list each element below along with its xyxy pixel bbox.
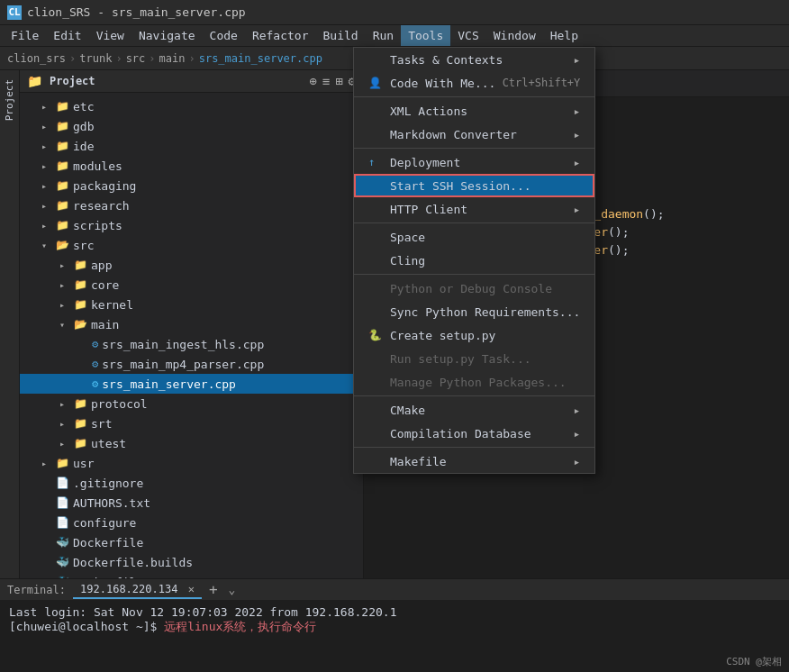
menu-cmake[interactable]: CMake ▸ (354, 398, 594, 422)
window-title: clion_SRS - srs_main_server.cpp (27, 5, 246, 19)
menu-code-with-me[interactable]: 👤 Code With Me... Ctrl+Shift+Y (354, 71, 594, 95)
arrow-icon: ▸ (574, 104, 581, 118)
menu-vcs[interactable]: VCS (450, 25, 485, 46)
menu-navigate[interactable]: Navigate (132, 25, 203, 46)
title-bar: CL clion_SRS - srs_main_server.cpp (0, 0, 789, 25)
menu-tools[interactable]: Tools (401, 25, 450, 46)
upload-icon: ↑ (368, 156, 386, 168)
menu-python-console: Python or Debug Console (354, 277, 594, 300)
menu-run[interactable]: Run (366, 25, 401, 46)
separator (354, 447, 594, 448)
menu-window[interactable]: Window (486, 25, 543, 46)
menu-code[interactable]: Code (203, 25, 245, 46)
menu-create-setup[interactable]: 🐍 Create setup.py (354, 323, 594, 347)
arrow-icon: ▸ (574, 156, 581, 169)
menu-manage-packages: Manage Python Packages... (354, 370, 594, 394)
menu-bar: File Edit View Navigate Code Refactor Bu… (0, 25, 789, 47)
arrow-icon: ▸ (574, 203, 581, 216)
menu-help[interactable]: Help (543, 25, 585, 46)
separator (354, 96, 594, 97)
arrow-icon: ▸ (574, 53, 581, 67)
separator (354, 222, 594, 223)
tools-dropdown-menu: Tasks & Contexts ▸ 👤 Code With Me... Ctr… (353, 47, 595, 474)
separator (354, 148, 594, 149)
menu-edit[interactable]: Edit (46, 25, 88, 46)
menu-markdown[interactable]: Markdown Converter ▸ (354, 123, 594, 146)
menu-http-client[interactable]: HTTP Client ▸ (354, 197, 594, 221)
menu-file[interactable]: File (4, 25, 46, 46)
menu-overlay: Tasks & Contexts ▸ 👤 Code With Me... Ctr… (0, 47, 789, 672)
app-icon: CL (7, 5, 22, 20)
separator (354, 395, 594, 396)
menu-sync-python[interactable]: Sync Python Requirements... (354, 300, 594, 323)
user-icon: 👤 (368, 77, 386, 89)
menu-space[interactable]: Space (354, 225, 594, 249)
separator (354, 274, 594, 275)
py-icon: 🐍 (368, 329, 386, 341)
menu-deployment[interactable]: ↑ Deployment ▸ (354, 150, 594, 174)
menu-run-setup: Run setup.py Task... (354, 347, 594, 370)
arrow-icon: ▸ (574, 404, 581, 417)
shortcut-label: Ctrl+Shift+Y (503, 77, 581, 89)
menu-makefile[interactable]: Makefile ▸ (354, 450, 594, 473)
menu-xml-actions[interactable]: XML Actions ▸ (354, 99, 594, 123)
menu-start-ssh[interactable]: Start SSH Session... (354, 174, 594, 197)
menu-view[interactable]: View (89, 25, 132, 46)
arrow-icon: ▸ (574, 427, 581, 440)
menu-build[interactable]: Build (316, 25, 366, 46)
menu-tasks-contexts[interactable]: Tasks & Contexts ▸ (354, 48, 594, 71)
menu-cling[interactable]: Cling (354, 249, 594, 272)
menu-compilation-db[interactable]: Compilation Database ▸ (354, 422, 594, 445)
menu-refactor[interactable]: Refactor (245, 25, 316, 46)
arrow-icon: ▸ (574, 128, 581, 141)
arrow-icon: ▸ (574, 455, 581, 468)
